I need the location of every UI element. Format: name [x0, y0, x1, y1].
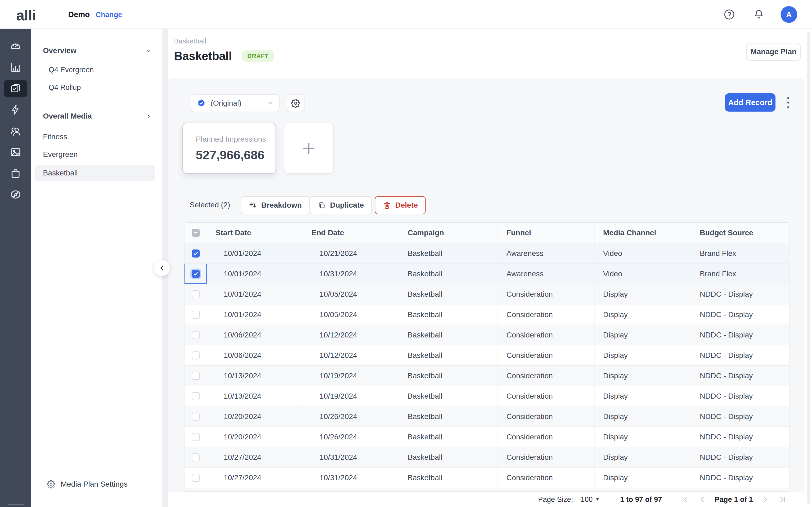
cell-campaign[interactable]: Basketball [399, 284, 498, 304]
cell-budget-source[interactable]: NDDC - Display [691, 325, 789, 345]
nav-item-overall-media[interactable]: Overall Media [31, 108, 162, 124]
row-checkbox[interactable] [192, 311, 200, 319]
select-all-checkbox[interactable] [192, 229, 200, 237]
cell-campaign[interactable]: Basketball [399, 345, 498, 365]
planned-impressions-card[interactable]: Planned Impressions 527,966,686 [182, 123, 276, 174]
nav-item-q4-rollup[interactable]: Q4 Rollup [31, 80, 162, 95]
row-checkbox[interactable] [192, 290, 200, 298]
cell-start-date[interactable]: 10/01/2024 [207, 304, 303, 325]
cell-start-date[interactable]: 10/13/2024 [207, 386, 303, 406]
cell-end-date[interactable]: 10/26/2024 [303, 406, 399, 427]
row-checkbox[interactable] [192, 331, 200, 339]
row-checkbox[interactable] [192, 249, 200, 258]
cell-start-date[interactable]: 10/01/2024 [207, 264, 303, 284]
column-header-media-channel[interactable]: Media Channel [595, 223, 691, 243]
notifications-icon[interactable] [753, 9, 765, 20]
manage-plan-button[interactable]: Manage Plan [746, 43, 801, 61]
cell-media-channel[interactable]: Display [595, 345, 691, 365]
row-checkbox-cell[interactable] [185, 406, 207, 427]
last-page-icon[interactable] [779, 496, 787, 504]
row-checkbox[interactable] [192, 351, 200, 359]
cell-media-channel[interactable]: Display [595, 365, 691, 386]
cell-start-date[interactable]: 10/01/2024 [207, 284, 303, 304]
cell-funnel[interactable]: Consideration [498, 406, 595, 427]
cell-media-channel[interactable]: Display [595, 325, 691, 345]
column-header-end-date[interactable]: End Date [303, 223, 399, 243]
view-settings-button[interactable] [287, 95, 305, 112]
cell-budget-source[interactable]: NDDC - Display [691, 284, 789, 304]
change-workspace-link[interactable]: Change [96, 11, 122, 19]
cell-budget-source[interactable]: NDDC - Display [691, 467, 789, 488]
cell-funnel[interactable]: Consideration [498, 386, 595, 406]
column-header-start-date[interactable]: Start Date [207, 223, 303, 243]
delete-button[interactable]: Delete [375, 196, 425, 214]
help-icon[interactable] [723, 9, 735, 20]
add-metric-card-button[interactable] [284, 123, 334, 174]
cell-funnel[interactable]: Consideration [498, 345, 595, 365]
cell-start-date[interactable]: 10/01/2024 [207, 243, 303, 264]
cell-start-date[interactable]: 10/06/2024 [207, 345, 303, 365]
nav-item-basketball[interactable]: Basketball [35, 165, 155, 181]
cell-funnel[interactable]: Consideration [498, 284, 595, 304]
duplicate-button[interactable]: Duplicate [310, 196, 372, 214]
row-checkbox-cell[interactable] [185, 365, 207, 386]
sidebar-item-audiences[interactable] [4, 122, 28, 140]
sidebar-item-explore[interactable] [4, 186, 28, 203]
cell-end-date[interactable]: 10/12/2024 [303, 345, 399, 365]
cell-campaign[interactable]: Basketball [399, 365, 498, 386]
cell-funnel[interactable]: Consideration [498, 427, 595, 447]
kebab-menu-icon[interactable] [783, 93, 794, 112]
scrollbar-track[interactable] [807, 32, 810, 504]
nav-item-fitness[interactable]: Fitness [31, 129, 162, 145]
cell-media-channel[interactable]: Display [595, 304, 691, 325]
row-checkbox-cell[interactable] [185, 264, 207, 284]
nav-item-evergreen[interactable]: Evergreen [31, 147, 162, 162]
sidebar-item-creative[interactable] [4, 143, 28, 161]
version-dropdown[interactable]: (Original) [191, 95, 280, 112]
row-checkbox-cell[interactable] [185, 345, 207, 365]
cell-end-date[interactable]: 10/19/2024 [303, 365, 399, 386]
row-checkbox[interactable] [192, 392, 200, 400]
cell-campaign[interactable]: Basketball [399, 325, 498, 345]
cell-budget-source[interactable]: NDDC - Display [691, 304, 789, 325]
avatar[interactable]: A [780, 6, 797, 23]
row-checkbox-cell[interactable] [185, 243, 207, 264]
cell-campaign[interactable]: Basketball [399, 304, 498, 325]
cell-media-channel[interactable]: Display [595, 427, 691, 447]
cell-media-channel[interactable]: Display [595, 284, 691, 304]
cell-budget-source[interactable]: NDDC - Display [691, 345, 789, 365]
sidebar-item-commerce[interactable] [4, 164, 28, 182]
cell-funnel[interactable]: Consideration [498, 447, 595, 467]
cell-budget-source[interactable]: NDDC - Display [691, 406, 789, 427]
row-checkbox-cell[interactable] [185, 467, 207, 488]
page-size-select[interactable]: 100 [580, 496, 600, 504]
cell-budget-source[interactable]: Brand Flex [691, 264, 789, 284]
row-checkbox[interactable] [192, 453, 200, 461]
row-checkbox-cell[interactable] [185, 284, 207, 304]
row-checkbox-cell[interactable] [185, 427, 207, 447]
cell-end-date[interactable]: 10/05/2024 [303, 304, 399, 325]
row-checkbox-cell[interactable] [185, 386, 207, 406]
cell-end-date[interactable]: 10/26/2024 [303, 427, 399, 447]
cell-start-date[interactable]: 10/06/2024 [207, 325, 303, 345]
next-page-icon[interactable] [761, 496, 769, 504]
cell-funnel[interactable]: Consideration [498, 467, 595, 488]
cell-campaign[interactable]: Basketball [399, 386, 498, 406]
breadcrumb[interactable]: Basketball [174, 37, 206, 45]
cell-campaign[interactable]: Basketball [399, 243, 498, 264]
cell-budget-source[interactable]: NDDC - Display [691, 365, 789, 386]
nav-item-overview[interactable]: Overview [31, 43, 162, 58]
sidebar-item-automation[interactable] [4, 101, 28, 119]
cell-budget-source[interactable]: NDDC - Display [691, 386, 789, 406]
previous-page-icon[interactable] [698, 496, 706, 504]
cell-end-date[interactable]: 10/21/2024 [303, 243, 399, 264]
cell-media-channel[interactable]: Display [595, 447, 691, 467]
cell-budget-source[interactable]: NDDC - Display [691, 447, 789, 467]
media-plan-settings-button[interactable]: Media Plan Settings [31, 470, 162, 489]
column-header-campaign[interactable]: Campaign [399, 223, 498, 243]
row-checkbox[interactable] [192, 433, 200, 441]
sidebar-item-media-plans[interactable] [4, 80, 28, 97]
cell-start-date[interactable]: 10/27/2024 [207, 447, 303, 467]
header-checkbox-cell[interactable] [185, 223, 207, 243]
row-checkbox-cell[interactable] [185, 325, 207, 345]
